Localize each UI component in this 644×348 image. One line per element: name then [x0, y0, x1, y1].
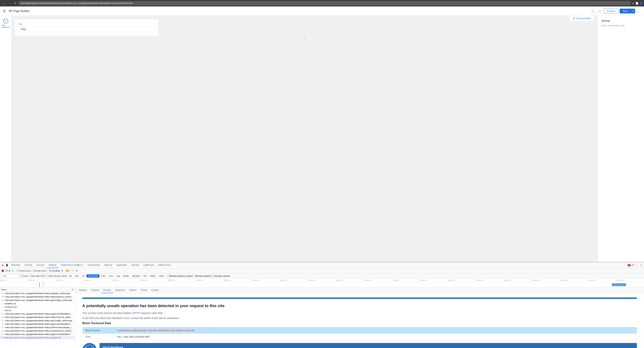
tab-cookies[interactable]: Cookies: [149, 287, 161, 293]
type-fetch-xhr-button[interactable]: Fetch/XHR: [86, 274, 100, 278]
download-icon[interactable]: ⇩: [72, 269, 74, 272]
filter-icon[interactable]: ◆: [8, 269, 10, 272]
type-all-button[interactable]: All: [68, 274, 73, 278]
undo-button[interactable]: ↩: [590, 9, 596, 14]
tick-6500: 6500 ms: [336, 278, 364, 282]
devtools-more-icon[interactable]: ⋮: [636, 264, 639, 267]
type-doc-button[interactable]: Doc: [74, 274, 80, 278]
throttle-select[interactable]: No throttling: [48, 269, 64, 272]
request-type-icon: </>: [2, 326, 4, 328]
bookmark-icon[interactable]: ★: [632, 2, 634, 5]
back-button[interactable]: ←: [2, 1, 6, 5]
preserve-log-checkbox[interactable]: Preserve log: [16, 269, 30, 272]
request-item[interactable]: </> index.php?option=com_sppagebuilder&t…: [0, 295, 75, 298]
request-name: variables.css: [5, 302, 74, 305]
request-item[interactable]: 📄 text.css: [0, 309, 75, 312]
type-wasm-button[interactable]: Wasm: [148, 274, 157, 278]
settings-hint: Select something to edit!: [601, 24, 640, 27]
frontend-editor-link[interactable]: 🔗 Frontend Editor: [573, 17, 591, 20]
app-title: SP Page Builder: [8, 10, 588, 13]
request-type-icon: </>: [2, 299, 4, 301]
request-item[interactable]: </> index.php?option=com_sppagebuilder&t…: [0, 332, 75, 336]
disable-cache-checkbox[interactable]: Disable cache: [31, 269, 46, 272]
tab-performance[interactable]: Performance: [86, 262, 102, 268]
forward-button[interactable]: →: [7, 1, 12, 5]
hide-extension-urls-checkbox[interactable]: Hide extension URLs: [46, 275, 67, 277]
tab-application[interactable]: Application: [114, 262, 129, 268]
tab-payload[interactable]: Payload: [89, 287, 101, 293]
request-item[interactable]: </> index.php?option=com_sppagebuilder&t…: [0, 298, 75, 302]
stop-recording-button[interactable]: [2, 269, 4, 272]
tab-lighthouse[interactable]: Lighthouse: [142, 262, 156, 268]
type-font-button[interactable]: Font: [108, 274, 114, 278]
reload-button[interactable]: ↻: [13, 1, 17, 5]
tab-preview[interactable]: Preview: [101, 287, 113, 293]
type-media-button[interactable]: Media: [122, 274, 130, 278]
tab-performance-insights[interactable]: Performance insights ✦: [59, 262, 85, 268]
request-name: index.php?option=com_sppagebuilder&task=…: [5, 326, 74, 328]
hamburger-menu-icon[interactable]: ☰: [3, 9, 6, 13]
preview-button[interactable]: Preview: [604, 9, 618, 14]
redo-button[interactable]: ↪: [597, 9, 602, 14]
type-manifest-button[interactable]: Manifest: [131, 274, 142, 278]
tab-sources[interactable]: Sources: [35, 262, 46, 268]
type-img-button[interactable]: Img: [115, 274, 122, 278]
browser-bar: ← → ↻ new.kingitsolutions.net/administra…: [0, 0, 644, 7]
contact-text: If you think you have been blocked in er…: [82, 317, 637, 319]
tick-3500: 3500 ms: [168, 278, 196, 282]
extension-icon[interactable]: 📄: [636, 2, 638, 5]
wordfence-box: About Wordfence Wordfence is a security …: [100, 343, 637, 348]
filter-input[interactable]: [2, 274, 19, 278]
address-bar[interactable]: new.kingitsolutions.net/administrator/in…: [19, 1, 630, 5]
type-js-button[interactable]: JS: [80, 274, 86, 278]
tab-console[interactable]: Console: [22, 262, 34, 268]
type-other-button[interactable]: Other: [158, 274, 166, 278]
title-input[interactable]: [19, 26, 155, 32]
request-name: index.php?option=com_sppagebuilder&task=…: [5, 316, 74, 318]
blocked-requests-checkbox[interactable]: Blocked requests: [193, 275, 210, 277]
clear-button[interactable]: ⌫: [5, 269, 8, 272]
collapse-handle[interactable]: ∧: [15, 36, 594, 40]
profile-icon[interactable]: 👤: [640, 2, 642, 5]
invert-checkbox[interactable]: Invert: [20, 275, 28, 277]
devtools-close-icon[interactable]: ✕: [639, 264, 642, 267]
tab-security[interactable]: Security: [130, 262, 141, 268]
type-css-button[interactable]: CSS: [100, 274, 107, 278]
settings-icon[interactable]: ⚙: [632, 264, 635, 267]
request-item[interactable]: </> index.php?option=com_sppagebuilder&t…: [0, 315, 75, 319]
request-item-error-selected[interactable]: ✕ index.php?option=com_sppagebuilder&tas…: [0, 336, 75, 339]
add-elements-button[interactable]: + AddElements: [2, 19, 10, 28]
tab-network[interactable]: Network: [47, 262, 58, 268]
request-item[interactable]: </> index.php?option=com_sppagebuilder&t…: [0, 292, 75, 295]
third-party-label: 3rd-party requests: [214, 275, 230, 277]
tab-memory[interactable]: Memory: [102, 262, 114, 268]
hide-data-urls-checkbox[interactable]: Hide data URLs: [28, 275, 45, 277]
wifi-icon[interactable]: 📶: [66, 269, 69, 272]
inspect-element-icon[interactable]: ▶: [2, 264, 5, 267]
request-item[interactable]: </> index.php?option=com_sppagebuilder&t…: [0, 329, 75, 332]
save-dropdown-button[interactable]: ▾: [631, 9, 635, 14]
upload-icon[interactable]: ⇧: [70, 269, 72, 272]
tab-adblock[interactable]: Adblock Plus: [156, 262, 172, 268]
tab-initiator[interactable]: Initiator: [127, 287, 138, 293]
tab-timing[interactable]: Timing: [138, 287, 149, 293]
request-item[interactable]: </> index.php?option=com_sppagebuilder&t…: [0, 319, 75, 322]
save-button[interactable]: Save: [620, 9, 631, 14]
more-options-button[interactable]: ⋯: [636, 9, 641, 14]
close-preview-icon[interactable]: ✕: [72, 288, 74, 291]
tab-headers[interactable]: Headers: [77, 287, 89, 293]
request-item[interactable]: </> index.php?option=com_sppagebuilder&t…: [0, 312, 75, 315]
third-party-checkbox[interactable]: 3rd-party requests: [211, 275, 230, 277]
request-item[interactable]: </> index.php?option=com_sppagebuilder&t…: [0, 326, 75, 329]
network-settings-icon[interactable]: ⚙: [75, 269, 78, 272]
search-icon[interactable]: 🔍: [11, 269, 14, 272]
tab-elements[interactable]: Elements: [9, 262, 22, 268]
request-item[interactable]: 📄 content-ui.css: [0, 305, 75, 309]
import-export-icons: ⇧ ⇩: [70, 269, 74, 272]
request-item[interactable]: 📄 variables.css: [0, 302, 75, 305]
tab-response[interactable]: Response: [113, 287, 127, 293]
blocked-response-checkbox[interactable]: Blocked response cookies: [167, 275, 192, 277]
request-item[interactable]: </> index.php?option=com_sppagebuilder&t…: [0, 322, 75, 326]
type-ws-button[interactable]: WS: [142, 274, 148, 278]
device-toggle-icon[interactable]: 📱: [5, 264, 8, 267]
